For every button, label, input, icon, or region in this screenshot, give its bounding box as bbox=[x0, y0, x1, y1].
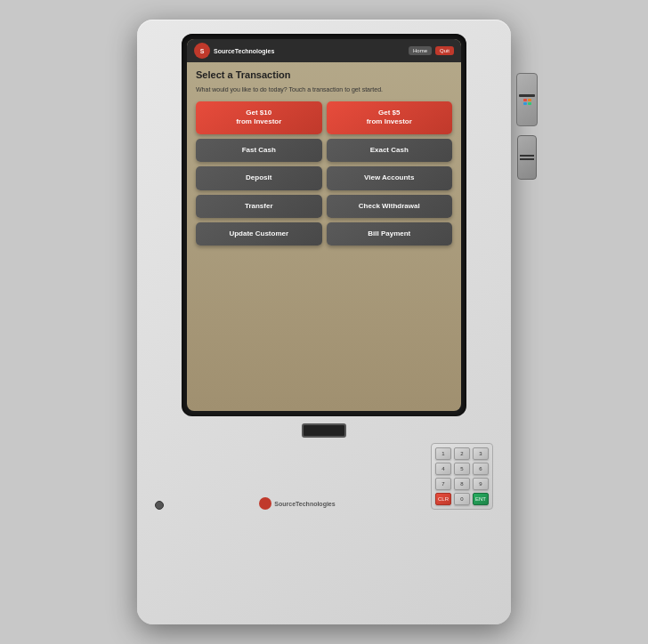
key-9[interactable]: 9 bbox=[473, 478, 489, 490]
atm-kiosk: S SourceTechnologies Home Quit Select a … bbox=[137, 20, 511, 624]
get5-button[interactable]: Get $5from Investor bbox=[327, 101, 453, 134]
svg-text:S: S bbox=[200, 48, 205, 54]
key-7[interactable]: 7 bbox=[435, 478, 451, 490]
key-4[interactable]: 4 bbox=[435, 463, 451, 475]
right-panel bbox=[514, 73, 539, 180]
screen-subtitle: What would you like to do today? Touch a… bbox=[196, 86, 452, 93]
home-button[interactable]: Home bbox=[409, 46, 432, 55]
key-2[interactable]: 2 bbox=[454, 447, 470, 460]
get10-button[interactable]: Get $10from Investor bbox=[196, 101, 322, 134]
kiosk-bottom: SourceTechnologies 1 2 3 4 5 6 7 8 9 CLR… bbox=[146, 423, 502, 510]
screen-bezel: S SourceTechnologies Home Quit Select a … bbox=[182, 34, 466, 416]
headphone-jack bbox=[155, 501, 164, 510]
update-customer-button[interactable]: Update Customer bbox=[196, 222, 322, 246]
key-5[interactable]: 5 bbox=[454, 463, 470, 475]
key-clear[interactable]: CLR bbox=[435, 493, 451, 505]
deposit-button[interactable]: Deposit bbox=[196, 166, 322, 189]
card-icons bbox=[523, 99, 531, 105]
key-3[interactable]: 3 bbox=[473, 447, 489, 460]
screen: S SourceTechnologies Home Quit Select a … bbox=[187, 39, 461, 411]
transaction-grid: Get $10from Investor Get $5from Investor… bbox=[196, 101, 452, 246]
topbar-buttons: Home Quit bbox=[409, 46, 454, 55]
exact-cash-button[interactable]: Exact Cash bbox=[327, 139, 453, 162]
logo-icon: S bbox=[194, 43, 210, 59]
card-slot bbox=[519, 94, 535, 97]
barcode-scanner bbox=[302, 423, 346, 438]
quit-button[interactable]: Quit bbox=[435, 46, 454, 55]
screen-topbar: S SourceTechnologies Home Quit bbox=[187, 39, 461, 62]
fast-cash-button[interactable]: Fast Cash bbox=[196, 139, 322, 162]
transfer-button[interactable]: Transfer bbox=[196, 195, 322, 218]
key-0[interactable]: 0 bbox=[454, 493, 470, 505]
brand-name: SourceTechnologies bbox=[214, 48, 274, 54]
logo-area: S SourceTechnologies bbox=[194, 43, 274, 59]
screen-title: Select a Transaction bbox=[196, 69, 452, 80]
keypad: 1 2 3 4 5 6 7 8 9 CLR 0 ENT bbox=[431, 443, 493, 510]
bill-payment-button[interactable]: Bill Payment bbox=[327, 222, 453, 246]
key-enter[interactable]: ENT bbox=[473, 493, 489, 505]
key-8[interactable]: 8 bbox=[454, 478, 470, 490]
bottom-brand-name: SourceTechnologies bbox=[274, 501, 335, 507]
key-1[interactable]: 1 bbox=[435, 447, 451, 460]
bottom-logo-icon bbox=[259, 497, 271, 510]
view-accounts-button[interactable]: View Accounts bbox=[327, 166, 453, 189]
kiosk-bottom-row: SourceTechnologies 1 2 3 4 5 6 7 8 9 CLR… bbox=[146, 443, 502, 510]
bottom-logo: SourceTechnologies bbox=[259, 497, 335, 510]
check-withdrawal-button[interactable]: Check Withdrawal bbox=[327, 195, 453, 218]
cash-dispenser bbox=[517, 135, 537, 180]
key-6[interactable]: 6 bbox=[473, 463, 489, 475]
screen-content: Select a Transaction What would you like… bbox=[187, 62, 461, 411]
card-reader bbox=[516, 73, 538, 126]
